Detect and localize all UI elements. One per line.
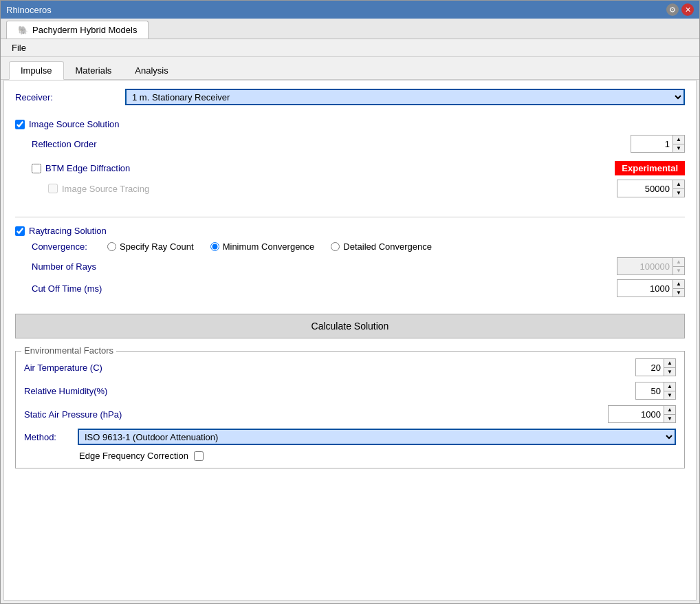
experimental-button[interactable]: Experimental: [615, 161, 685, 175]
air-temp-row: Air Temperature (C) 20 ▲ ▼: [24, 358, 676, 376]
num-rays-input[interactable]: 100000: [617, 258, 672, 274]
env-section: Environmental Factors Air Temperature (C…: [15, 351, 685, 468]
btm-edge-checkbox[interactable]: [32, 164, 41, 173]
rel-humidity-spin-btns: ▲ ▼: [664, 382, 675, 399]
btm-edge-label: BTM Edge Diffraction: [45, 163, 130, 173]
rel-humidity-spinbox: 50 ▲ ▼: [635, 382, 676, 400]
tab-bar: Impulse Materials Analysis: [1, 57, 699, 80]
specify-ray-option: Specify Ray Count: [107, 241, 194, 252]
air-temp-down[interactable]: ▼: [664, 367, 675, 376]
app-tab-pachyderm[interactable]: 🐘 Pachyderm Hybrid Models: [6, 21, 149, 39]
edge-freq-checkbox[interactable]: [194, 451, 204, 461]
cutoff-row: Cut Off Time (ms) 1000 ▲ ▼: [15, 279, 685, 297]
menubar: File: [1, 39, 699, 57]
num-rays-row: Number of Rays 100000 ▲ ▼: [15, 257, 685, 275]
titlebar: Rhinoceros ⚙ ✕: [1, 1, 699, 19]
receiver-row: Receiver: 1 m. Stationary Receiver: [15, 89, 685, 105]
static-air-spin-btns: ▲ ▼: [664, 406, 675, 422]
static-air-down[interactable]: ▼: [664, 414, 675, 422]
tab-analysis[interactable]: Analysis: [123, 61, 179, 79]
convergence-radio-group: Specify Ray Count Minimum Convergence De…: [107, 241, 685, 252]
image-source-tracing-up[interactable]: ▲: [673, 180, 684, 188]
image-source-tracing-label: Image Source Tracing: [62, 184, 149, 194]
tab-materials[interactable]: Materials: [64, 61, 124, 79]
static-air-input[interactable]: 1000: [609, 406, 664, 422]
rel-humidity-input[interactable]: 50: [636, 382, 664, 399]
method-label: Method:: [24, 432, 72, 442]
detailed-convergence-label[interactable]: Detailed Convergence: [343, 241, 432, 252]
cutoff-input[interactable]: 1000: [617, 280, 672, 296]
num-rays-down[interactable]: ▼: [673, 266, 684, 274]
static-air-spinbox: 1000 ▲ ▼: [608, 405, 676, 423]
image-source-tracing-checkbox[interactable]: [48, 184, 58, 193]
rel-humidity-row: Relative Humidity(%) 50 ▲ ▼: [24, 382, 676, 400]
btm-edge-row: BTM Edge Diffraction Experimental: [15, 161, 685, 175]
reflection-order-spin-btns: ▲ ▼: [672, 136, 684, 152]
reflection-order-spinbox: 1 ▲ ▼: [631, 135, 685, 153]
image-source-tracing-spinbox: 50000 ▲ ▼: [617, 180, 685, 197]
image-source-checkbox[interactable]: [15, 120, 25, 129]
edge-freq-row: Edge Frequency Correction: [24, 451, 676, 461]
rel-humidity-up[interactable]: ▲: [664, 382, 675, 391]
raytracing-label: Raytracing Solution: [29, 226, 107, 236]
specify-ray-label[interactable]: Specify Ray Count: [120, 241, 194, 252]
cutoff-down[interactable]: ▼: [673, 288, 684, 296]
static-air-up[interactable]: ▲: [664, 406, 675, 414]
titlebar-left: Rhinoceros: [6, 5, 52, 15]
method-select[interactable]: ISO 9613-1 (Outdoor Attenuation): [78, 429, 676, 445]
specify-ray-radio[interactable]: [107, 242, 116, 251]
reflection-order-input[interactable]: 1: [631, 136, 672, 152]
raytracing-row: Raytracing Solution: [15, 226, 685, 236]
air-temp-input[interactable]: 20: [636, 359, 664, 376]
edge-freq-label: Edge Frequency Correction: [79, 451, 188, 461]
menu-file[interactable]: File: [6, 41, 32, 54]
raytracing-checkbox[interactable]: [15, 226, 25, 236]
convergence-label: Convergence:: [32, 241, 107, 252]
min-convergence-radio[interactable]: [210, 242, 219, 251]
reflection-order-down[interactable]: ▼: [673, 144, 684, 152]
min-convergence-label[interactable]: Minimum Convergence: [223, 241, 315, 252]
static-air-label: Static Air Pressure (hPa): [24, 409, 608, 420]
num-rays-label: Number of Rays: [32, 261, 617, 272]
calculate-button[interactable]: Calculate Solution: [15, 314, 685, 338]
reflection-order-up[interactable]: ▲: [673, 136, 684, 144]
receiver-select[interactable]: 1 m. Stationary Receiver: [125, 89, 685, 105]
env-section-title: Environmental Factors: [21, 345, 116, 356]
gear-button[interactable]: ⚙: [666, 3, 679, 16]
image-source-row: Image Source Solution: [15, 119, 685, 129]
image-source-label: Image Source Solution: [29, 119, 120, 129]
num-rays-up[interactable]: ▲: [673, 258, 684, 266]
image-source-tracing-row: Image Source Tracing 50000 ▲ ▼: [15, 180, 685, 197]
air-temp-spin-btns: ▲ ▼: [664, 359, 675, 376]
app-tab-bar: 🐘 Pachyderm Hybrid Models: [1, 19, 699, 39]
rel-humidity-label: Relative Humidity(%): [24, 386, 635, 396]
air-temp-up[interactable]: ▲: [664, 359, 675, 367]
rel-humidity-down[interactable]: ▼: [664, 391, 675, 399]
close-button[interactable]: ✕: [681, 3, 694, 16]
cutoff-spin-btns: ▲ ▼: [672, 280, 684, 296]
reflection-order-row: Reflection Order 1 ▲ ▼: [15, 135, 685, 153]
detailed-convergence-radio[interactable]: [331, 242, 340, 251]
air-temp-spinbox: 20 ▲ ▼: [635, 358, 676, 376]
receiver-label: Receiver:: [15, 92, 125, 103]
static-air-row: Static Air Pressure (hPa) 1000 ▲ ▼: [24, 405, 676, 423]
main-window: Rhinoceros ⚙ ✕ 🐘 Pachyderm Hybrid Models…: [0, 0, 700, 604]
air-temp-label: Air Temperature (C): [24, 363, 635, 373]
num-rays-spin-btns: ▲ ▼: [672, 258, 684, 274]
app-tab-label: Pachyderm Hybrid Models: [32, 25, 137, 35]
image-source-tracing-input[interactable]: 50000: [617, 180, 672, 197]
reflection-order-label: Reflection Order: [32, 139, 631, 149]
tab-impulse[interactable]: Impulse: [9, 61, 64, 80]
titlebar-controls: ⚙ ✕: [666, 3, 694, 16]
main-content: Receiver: 1 m. Stationary Receiver Image…: [3, 80, 697, 601]
cutoff-spinbox: 1000 ▲ ▼: [617, 279, 685, 297]
min-convergence-option: Minimum Convergence: [210, 241, 315, 252]
method-row: Method: ISO 9613-1 (Outdoor Attenuation): [24, 429, 676, 445]
convergence-row: Convergence: Specify Ray Count Minimum C…: [15, 241, 685, 252]
window-title: Rhinoceros: [6, 5, 52, 15]
app-tab-icon: 🐘: [18, 25, 28, 35]
cutoff-up[interactable]: ▲: [673, 280, 684, 288]
num-rays-spinbox: 100000 ▲ ▼: [617, 257, 685, 275]
image-source-tracing-down[interactable]: ▼: [673, 188, 684, 197]
detailed-convergence-option: Detailed Convergence: [331, 241, 432, 252]
